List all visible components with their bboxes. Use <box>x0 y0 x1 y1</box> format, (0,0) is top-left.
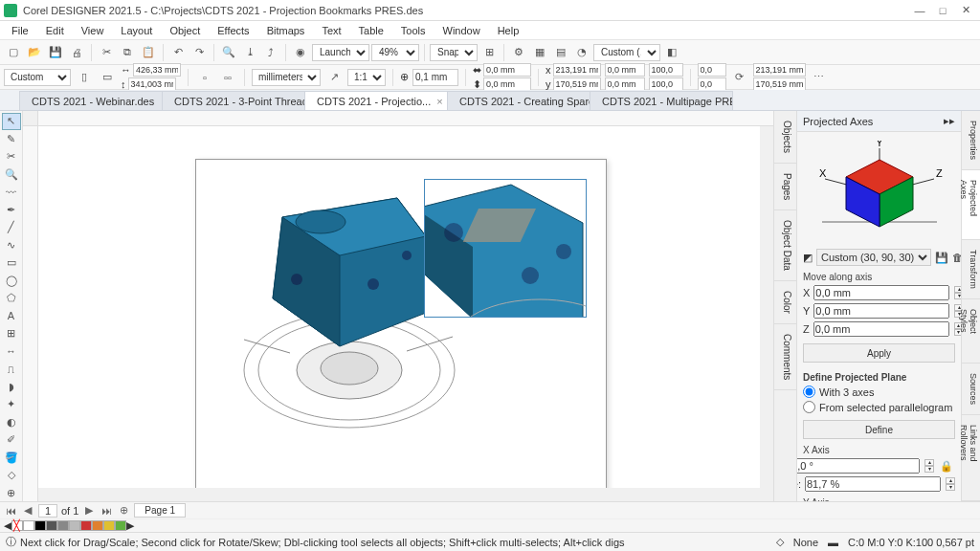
tab-webinar[interactable]: CDTS 2021 - Webinar.des <box>19 91 163 110</box>
cut-icon[interactable]: ✂ <box>97 43 116 62</box>
tab-transform[interactable]: Transform <box>962 240 980 299</box>
pick-tool-icon[interactable]: ↖ <box>2 113 21 130</box>
options-icon[interactable]: ⚙ <box>509 43 528 62</box>
search-icon[interactable]: 🔍 <box>219 43 238 62</box>
print-icon[interactable]: 🖨 <box>67 43 86 62</box>
add-page-icon[interactable]: ⊕ <box>117 504 130 517</box>
page-width[interactable] <box>133 63 181 77</box>
grid-y[interactable] <box>553 77 601 91</box>
g2x[interactable] <box>753 63 806 77</box>
menu-text[interactable]: Text <box>314 23 348 38</box>
drawing-canvas[interactable] <box>23 111 773 501</box>
color-swatch[interactable] <box>80 520 92 531</box>
ellipse-tool-icon[interactable]: ◯ <box>2 273 21 289</box>
callout-tool-icon[interactable]: ◗ <box>2 379 21 395</box>
docker-menu-icon[interactable]: ▸▸ <box>944 115 955 127</box>
close-button[interactable]: ✕ <box>955 3 976 18</box>
misc-tool-icon[interactable]: ⊕ <box>2 484 21 500</box>
menu-table[interactable]: Table <box>351 23 391 38</box>
tab-color[interactable]: Color <box>774 281 796 324</box>
tab-object-styles[interactable]: Object Styles <box>962 299 980 364</box>
launch-dropdown[interactable]: Launch <box>312 44 369 61</box>
x-scale[interactable] <box>805 476 941 492</box>
minimize-button[interactable]: — <box>909 3 930 18</box>
plane-preset[interactable]: Custom (30, 90, 30) <box>816 249 931 266</box>
new-icon[interactable]: ▢ <box>4 43 23 62</box>
custom-dropdown[interactable]: Custom (… <box>593 44 660 61</box>
zoom-dropdown[interactable]: 49% <box>371 44 419 61</box>
halo-icon[interactable]: ◔ <box>572 43 591 62</box>
tab-pages[interactable]: Pages <box>774 164 796 210</box>
menu-view[interactable]: View <box>74 23 112 38</box>
save-icon[interactable]: 💾 <box>46 43 65 62</box>
page-height[interactable] <box>128 77 176 91</box>
vertical-ruler[interactable] <box>23 126 38 501</box>
origin-y[interactable] <box>605 77 645 91</box>
line-tool-icon[interactable]: ╱ <box>2 219 21 235</box>
prev-page-icon[interactable]: ◀ <box>21 504 34 517</box>
open-icon[interactable]: 📂 <box>25 43 44 62</box>
color-swatch[interactable] <box>57 520 69 531</box>
freehand-tool-icon[interactable]: 〰 <box>2 184 21 200</box>
move-y[interactable] <box>813 303 949 319</box>
view1-icon[interactable]: ▦ <box>530 43 549 62</box>
page-preset[interactable]: Custom <box>4 69 71 86</box>
units-dropdown[interactable]: millimeters <box>252 69 321 86</box>
lock-icon[interactable]: 🔒 <box>940 460 953 473</box>
page-all-icon[interactable]: ▫▫ <box>218 68 237 87</box>
tab-spare-parts[interactable]: CDTS 2021 - Creating Spare Parts Page PR… <box>447 91 590 110</box>
ruler-origin[interactable] <box>23 111 38 126</box>
pen-tool-icon[interactable]: ✒ <box>2 202 21 218</box>
tab-multipage[interactable]: CDTS 2021 - Multipage PRES.des <box>590 91 733 110</box>
table-tool-icon[interactable]: ⊞ <box>2 325 21 342</box>
view2-icon[interactable]: ▤ <box>551 43 570 62</box>
palette-right-icon[interactable]: ▶ <box>126 519 134 532</box>
undo-icon[interactable]: ↶ <box>168 43 188 62</box>
next-page-icon[interactable]: ▶ <box>82 504 96 517</box>
swatch-none[interactable]: ╳ <box>11 520 23 531</box>
color-swatch[interactable] <box>115 520 126 531</box>
color-swatch[interactable] <box>69 520 80 531</box>
menu-layout[interactable]: Layout <box>113 23 160 38</box>
close-icon[interactable]: × <box>436 96 442 107</box>
zero2[interactable] <box>698 77 726 91</box>
last-page-icon[interactable]: ⏭ <box>100 505 113 517</box>
tab-object-data[interactable]: Object Data <box>774 210 796 281</box>
tab-properties[interactable]: Properties <box>962 111 980 170</box>
tab-links[interactable]: Links and Rollovers <box>962 415 980 501</box>
menu-effects[interactable]: Effects <box>210 23 256 38</box>
menu-file[interactable]: File <box>4 23 36 38</box>
menu-window[interactable]: Window <box>435 23 488 38</box>
menu-edit[interactable]: Edit <box>38 23 72 38</box>
zero1[interactable] <box>698 63 726 77</box>
ratio-dropdown[interactable]: 1:1 <box>347 69 386 86</box>
radio-3axes[interactable] <box>803 386 815 398</box>
fill-indicator-icon[interactable]: ◇ <box>776 536 784 548</box>
tab-objects[interactable]: Objects <box>774 111 796 164</box>
rotate-icon[interactable]: ⟳ <box>730 68 749 87</box>
extras-icon[interactable]: ⋯ <box>810 68 829 87</box>
color-swatch[interactable] <box>46 520 57 531</box>
fill-tool-icon[interactable]: 🪣 <box>2 449 21 465</box>
snap-dropdown[interactable]: Snap <box>430 44 478 61</box>
snap-toggle-icon[interactable]: ⊞ <box>479 43 499 62</box>
rectangle-tool-icon[interactable]: ▭ <box>2 254 21 271</box>
menu-object[interactable]: Object <box>162 23 208 38</box>
x-angle[interactable] <box>797 458 920 474</box>
outline-indicator-icon[interactable]: ▬ <box>828 537 838 548</box>
tab-3point-thread[interactable]: CDTS 2021 - 3-Point Thread PRES.des* <box>162 91 305 110</box>
pct1[interactable] <box>649 63 683 77</box>
menu-bitmaps[interactable]: Bitmaps <box>259 23 313 38</box>
delete-preset-icon[interactable]: 🗑 <box>952 252 961 263</box>
publish-icon[interactable]: ◉ <box>291 43 310 62</box>
page-number[interactable] <box>38 504 57 518</box>
connector-tool-icon[interactable]: ⎍ <box>2 361 21 377</box>
orientation-landscape-icon[interactable]: ▭ <box>98 68 117 87</box>
dup-y[interactable] <box>483 77 531 91</box>
color-swatch[interactable] <box>23 520 34 531</box>
polygon-tool-icon[interactable]: ⬠ <box>2 290 21 306</box>
axes-preview[interactable]: Y X Z <box>803 138 955 243</box>
crop-tool-icon[interactable]: ✂ <box>2 148 21 165</box>
move-x[interactable] <box>813 285 949 300</box>
dup-x[interactable] <box>483 63 531 77</box>
